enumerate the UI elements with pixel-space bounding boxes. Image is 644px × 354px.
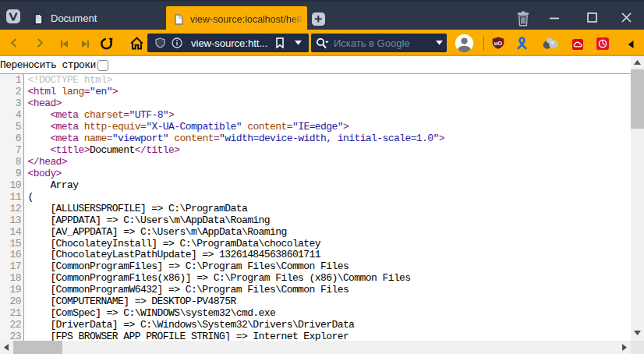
svg-text:uO: uO: [494, 40, 503, 47]
